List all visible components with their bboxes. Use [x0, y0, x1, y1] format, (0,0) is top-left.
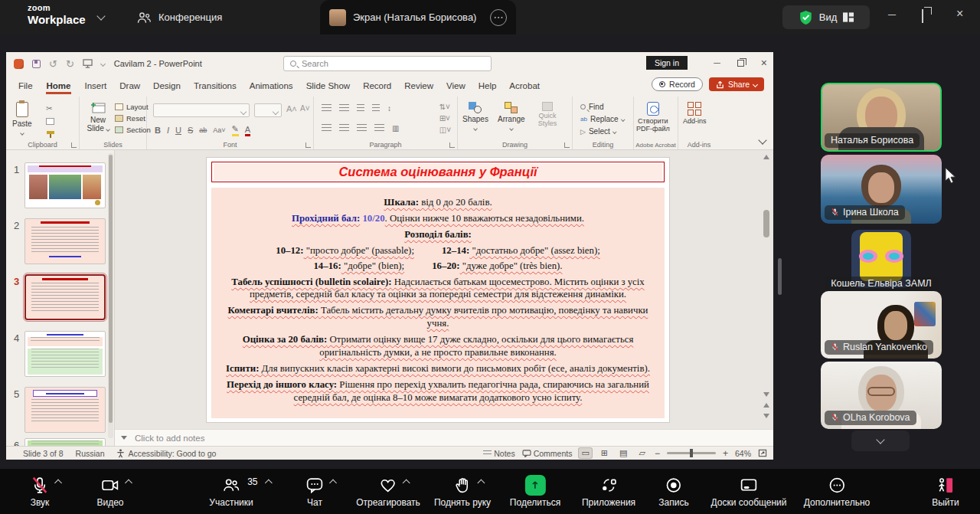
tab-home[interactable]: Home [46, 77, 72, 94]
replace-button[interactable]: abReplace [580, 115, 624, 123]
collapse-participants-button[interactable] [851, 431, 910, 451]
justify-icon[interactable] [374, 124, 384, 133]
bold-icon[interactable]: B [155, 126, 161, 135]
arrange-button[interactable]: Arrange [498, 102, 525, 132]
tab-acrobat[interactable]: Acrobat [509, 81, 540, 90]
redo-icon[interactable]: ↻ [66, 58, 74, 70]
share-button[interactable]: Share [709, 77, 764, 91]
grow-font-icon[interactable]: A˄ [286, 104, 297, 113]
save-icon[interactable] [32, 60, 41, 68]
slide-thumbnail-5[interactable] [24, 387, 106, 433]
underline-icon[interactable]: U [175, 126, 181, 135]
ppt-search-box[interactable]: Search [283, 56, 492, 71]
video-button[interactable]: Видео [96, 474, 123, 508]
customize-qat-chevron-icon[interactable] [100, 61, 106, 66]
reactions-button[interactable]: Отреагировать [356, 474, 420, 508]
participant-tile-3[interactable]: Кошель Ельвіра ЗАМЛ [821, 230, 942, 288]
tab-record[interactable]: Record [363, 81, 391, 90]
window-restore-button[interactable] [922, 11, 923, 21]
window-minimize-button[interactable]: ─ [888, 9, 896, 20]
addins-button[interactable]: Add-ins [683, 102, 707, 125]
highlight-color-icon[interactable]: ✎ [232, 124, 239, 136]
record-button[interactable]: Record [652, 77, 703, 91]
scroll-up-icon[interactable] [763, 155, 769, 159]
line-spacing-icon[interactable]: ↕ [387, 104, 391, 113]
participants-button[interactable]: 35 Участники [209, 474, 253, 508]
slideshow-display-icon[interactable] [83, 59, 93, 68]
collapse-ribbon-chevron-icon[interactable] [758, 136, 766, 144]
char-spacing-icon[interactable]: ab [199, 126, 207, 134]
tab-animations[interactable]: Animations [250, 81, 293, 90]
align-right-icon[interactable] [357, 124, 367, 133]
zoom-out-button[interactable]: − [655, 448, 660, 459]
fit-to-window-icon[interactable] [758, 449, 767, 457]
sign-in-button[interactable]: Sign in [646, 56, 688, 70]
notes-splitter-icon[interactable] [121, 436, 127, 440]
tab-insert[interactable]: Insert [84, 81, 106, 90]
side-panel-scrollbar[interactable] [778, 258, 782, 295]
align-left-icon[interactable] [322, 124, 332, 133]
paragraph-dialog-launcher-icon[interactable] [449, 142, 455, 148]
window-close-button[interactable]: × [956, 8, 963, 20]
convert-smartart-icon[interactable]: ◫˅ [439, 126, 451, 134]
accessibility-status[interactable]: Accessibility: Good to go [116, 449, 216, 458]
new-slide-button[interactable]: New Slide [83, 102, 113, 133]
apps-button[interactable]: Приложения [582, 474, 635, 508]
workspace-chevron-down-icon[interactable] [96, 11, 105, 20]
quick-styles-button[interactable]: Quick Styles [534, 102, 560, 128]
shapes-button[interactable]: Shapes [462, 102, 488, 132]
tab-draw[interactable]: Draw [119, 81, 140, 90]
indent-decrease-icon[interactable] [357, 104, 364, 113]
chat-button[interactable]: Чат [305, 474, 325, 508]
font-size-dropdown[interactable] [254, 103, 282, 117]
tab-design[interactable]: Design [153, 81, 181, 90]
format-painter-icon[interactable] [46, 130, 55, 139]
tab-help[interactable]: Help [479, 81, 497, 90]
numbering-icon[interactable] [339, 104, 349, 113]
bullets-icon[interactable] [322, 104, 332, 113]
copy-icon[interactable] [46, 118, 54, 125]
drawing-dialog-launcher-icon[interactable] [564, 142, 570, 148]
slide-canvas[interactable]: Система оцінювання у Франції Шкала: від … [207, 158, 669, 422]
font-color-icon[interactable]: A [245, 125, 250, 136]
shrink-font-icon[interactable]: A˅ [300, 104, 310, 113]
ppt-minimize-button[interactable]: ─ [714, 57, 720, 68]
zoom-in-button[interactable]: + [723, 448, 728, 459]
share-screen-button[interactable]: Поделиться [510, 474, 560, 508]
tab-slide-show[interactable]: Slide Show [306, 81, 351, 90]
zoom-slider[interactable] [667, 452, 716, 454]
mute-options-chevron-icon[interactable] [54, 480, 62, 487]
reading-view-button[interactable]: ▤ [617, 448, 629, 458]
chat-options-chevron-icon[interactable] [329, 480, 337, 487]
zoom-slider-thumb[interactable] [690, 449, 693, 457]
mute-button[interactable]: Звук [31, 474, 50, 508]
slide-thumbnail-2[interactable] [24, 218, 106, 264]
record-button[interactable]: Запись [658, 474, 688, 508]
view-button[interactable]: Вид [782, 5, 870, 29]
section-button[interactable]: Section [115, 126, 151, 134]
previous-slide-icon[interactable] [763, 403, 769, 408]
cut-icon[interactable]: ✂ [46, 104, 52, 113]
indent-increase-icon[interactable] [372, 104, 380, 113]
undo-icon[interactable]: ↺ [49, 58, 57, 70]
raise-hand-chevron-icon[interactable] [477, 480, 485, 487]
ppt-close-button[interactable]: × [761, 57, 767, 69]
participant-tile-2[interactable]: Ірина Школа [821, 155, 942, 224]
comments-toggle[interactable]: Comments [522, 449, 573, 458]
slide-thumbnail-3-selected[interactable] [24, 274, 106, 320]
slide-title-box[interactable]: Система оцінювання у Франції [211, 162, 665, 182]
participants-options-chevron-icon[interactable] [265, 480, 273, 487]
columns-icon[interactable]: ▥ [392, 124, 399, 133]
whiteboards-button[interactable]: Доски сообщений [710, 474, 786, 508]
tab-more-options-icon[interactable]: ⋯ [490, 9, 507, 26]
italic-icon[interactable]: I [167, 126, 169, 135]
tab-meeting[interactable]: Конференция [136, 0, 222, 34]
more-button[interactable]: Дополнительно [804, 474, 870, 508]
slide-thumbnail-1[interactable] [24, 162, 106, 208]
slide-thumbnail-6[interactable] [24, 438, 106, 446]
ppt-restore-button[interactable] [737, 60, 744, 67]
tab-transitions[interactable]: Transitions [194, 81, 237, 90]
zoom-percentage[interactable]: 64% [735, 449, 751, 458]
scrollbar-thumb[interactable] [763, 210, 769, 237]
editor-vertical-scrollbar[interactable] [762, 155, 771, 424]
